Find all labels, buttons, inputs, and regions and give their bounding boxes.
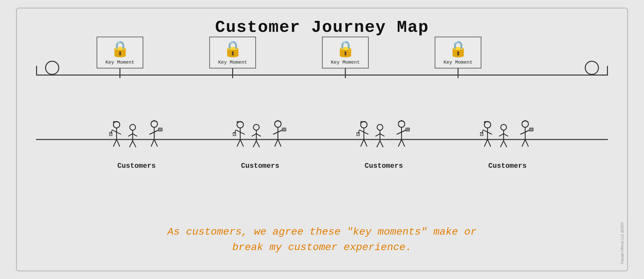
lock-icon-4: 🔒 (449, 40, 468, 58)
key-moment-label-4: Key Moment (443, 60, 472, 65)
svg-line-23 (236, 130, 240, 132)
customer-group-4: Customers (475, 118, 540, 170)
svg-line-47 (364, 132, 368, 134)
customers-label-4: Customers (488, 162, 527, 170)
customers-label-1: Customers (118, 162, 156, 170)
svg-line-65 (483, 130, 488, 132)
key-moment-box-1: 🔒 Key Moment (97, 37, 143, 68)
tick-left (36, 66, 37, 75)
svg-line-16 (149, 132, 154, 134)
svg-point-29 (253, 124, 259, 130)
lock-icon-2: 🔒 (223, 40, 242, 58)
svg-line-52 (375, 134, 380, 136)
customers-label-2: Customers (241, 162, 279, 170)
svg-point-50 (377, 124, 383, 130)
svg-point-8 (130, 124, 136, 130)
svg-line-69 (484, 140, 488, 147)
svg-line-19 (151, 140, 154, 147)
bottom-text: As customers, we agree these "key moment… (17, 224, 627, 255)
svg-line-58 (397, 132, 402, 134)
svg-line-26 (240, 132, 245, 134)
svg-line-32 (256, 134, 261, 136)
bottom-text-line2: break my customer experience. (17, 240, 627, 255)
svg-line-44 (359, 130, 364, 132)
svg-line-7 (117, 140, 120, 147)
km-connector-2 (232, 68, 233, 78)
main-canvas: Customer Journey Map 🔒 Key Moment 🔒 Key … (16, 8, 628, 271)
svg-line-41 (278, 140, 281, 147)
svg-line-53 (380, 134, 384, 136)
svg-line-76 (504, 141, 507, 147)
key-moment-1: 🔒 Key Moment (97, 37, 143, 78)
svg-line-54 (377, 141, 380, 147)
svg-line-5 (117, 132, 121, 134)
svg-line-10 (128, 134, 133, 136)
svg-line-55 (380, 141, 383, 147)
svg-line-83 (525, 140, 528, 147)
bottom-text-line1: As customers, we agree these "key moment… (17, 224, 627, 240)
svg-line-82 (522, 140, 525, 147)
stick-figures-2 (231, 118, 289, 159)
km-connector-1 (119, 68, 120, 78)
key-moment-box-3: 🔒 Key Moment (322, 37, 369, 68)
customer-group-2: Customers (228, 118, 292, 170)
svg-line-61 (398, 140, 402, 147)
timeline-start-circle (45, 61, 59, 75)
svg-line-11 (133, 134, 137, 136)
customer-group-3: Customers (352, 118, 416, 170)
key-moment-2: 🔒 Key Moment (209, 37, 256, 78)
key-moment-4: 🔒 Key Moment (435, 37, 481, 78)
km-connector-3 (345, 68, 346, 78)
lock-icon-1: 🔒 (110, 40, 130, 58)
svg-rect-18 (158, 128, 162, 131)
customers-area: Customers (17, 118, 627, 170)
svg-point-71 (501, 124, 507, 130)
svg-line-74 (504, 134, 508, 136)
svg-line-33 (253, 141, 256, 147)
stick-figures-4 (478, 118, 536, 159)
svg-line-34 (256, 141, 260, 147)
svg-line-40 (275, 140, 278, 147)
timeline-end-circle (585, 61, 599, 75)
customer-group-1: Customers (104, 118, 169, 170)
svg-line-13 (133, 141, 136, 147)
svg-line-48 (361, 140, 364, 147)
svg-line-73 (499, 134, 504, 136)
svg-line-62 (402, 140, 405, 147)
copyright-text: Triangle Offense LLC @2023 (620, 222, 624, 264)
key-moment-3: 🔒 Key Moment (322, 37, 369, 78)
svg-line-68 (488, 132, 492, 134)
svg-line-12 (129, 141, 133, 147)
svg-line-70 (488, 140, 491, 147)
svg-line-31 (252, 134, 256, 136)
svg-line-27 (237, 140, 240, 147)
key-moment-label-2: Key Moment (218, 60, 247, 65)
svg-line-2 (112, 130, 117, 132)
svg-line-49 (364, 140, 367, 147)
svg-line-28 (240, 140, 243, 147)
svg-line-37 (273, 132, 278, 134)
page-title: Customer Journey Map (17, 18, 627, 37)
km-connector-4 (458, 68, 459, 78)
svg-rect-60 (406, 128, 410, 131)
key-moment-label-1: Key Moment (105, 60, 134, 65)
key-moment-label-3: Key Moment (331, 60, 360, 65)
svg-line-79 (520, 132, 525, 134)
svg-line-20 (154, 140, 157, 147)
stick-figures-3 (355, 118, 413, 159)
tick-right (607, 66, 608, 75)
svg-line-75 (500, 141, 504, 147)
svg-line-6 (113, 140, 117, 147)
customers-label-3: Customers (365, 162, 403, 170)
svg-rect-39 (282, 128, 286, 131)
key-moment-box-4: 🔒 Key Moment (435, 37, 481, 68)
svg-rect-81 (529, 128, 533, 131)
stick-figures-1 (108, 118, 166, 159)
lock-icon-3: 🔒 (336, 40, 355, 58)
key-moment-box-2: 🔒 Key Moment (209, 37, 256, 68)
